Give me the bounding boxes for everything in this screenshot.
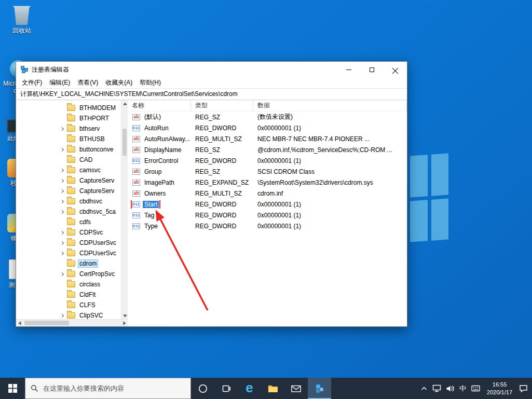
task-view-icon: [222, 384, 231, 393]
chevron-right-icon[interactable]: [60, 127, 64, 130]
registry-value-row[interactable]: Group REG_SZ SCSI CDROM Class: [128, 166, 407, 177]
value-data: 0x00000001 (1): [253, 125, 407, 132]
tree-item[interactable]: camsvc: [16, 165, 121, 175]
tree-item[interactable]: CDPUserSvc: [16, 248, 121, 258]
tree-item[interactable]: CAD: [16, 155, 121, 165]
tree-item[interactable]: cdfs: [16, 217, 121, 227]
task-view-button[interactable]: [214, 378, 238, 399]
column-header[interactable]: 数据: [253, 100, 407, 111]
maximize-button[interactable]: [360, 62, 384, 77]
tree-item-label: camsvc: [78, 166, 102, 174]
minimize-button[interactable]: [337, 62, 360, 77]
address-text: 计算机\HKEY_LOCAL_MACHINE\SYSTEM\CurrentCon…: [20, 90, 238, 99]
tree-item[interactable]: CaptureServ: [16, 186, 121, 196]
menu-item[interactable]: 收藏夹(A): [102, 78, 136, 87]
tree-item[interactable]: buttonconve: [16, 144, 121, 155]
tray-expand-chevron-icon[interactable]: [417, 378, 430, 399]
folder-icon: [67, 260, 75, 267]
start-button[interactable]: [0, 378, 25, 399]
value-name-cell: AutoRunAlway...: [128, 135, 191, 143]
menu-item[interactable]: 编辑(E): [46, 78, 74, 87]
tree-item[interactable]: CLFS: [16, 300, 121, 310]
value-name-cell: AutoRun: [128, 124, 191, 132]
registry-value-row[interactable]: ImagePath REG_EXPAND_SZ \SystemRoot\Syst…: [128, 177, 407, 188]
chevron-right-icon[interactable]: [60, 189, 64, 192]
chevron-right-icon[interactable]: [60, 178, 64, 182]
registry-value-row[interactable]: AutoRunAlway... REG_MULTI_SZ NEC MBR-7 N…: [128, 133, 407, 144]
address-bar[interactable]: 计算机\HKEY_LOCAL_MACHINE\SYSTEM\CurrentCon…: [16, 88, 407, 100]
file-explorer-button[interactable]: [261, 378, 284, 399]
touch-keyboard-icon[interactable]: [469, 378, 482, 399]
tree-item[interactable]: cbdhsvc: [16, 196, 121, 207]
value-name: AutoRunAlway...: [143, 135, 191, 143]
taskbar-search[interactable]: [25, 378, 191, 399]
tree-item[interactable]: BTHPORT: [16, 113, 121, 123]
menu-item[interactable]: 查看(V): [74, 78, 102, 87]
registry-value-row[interactable]: ErrorControl REG_DWORD 0x00000001 (1): [128, 155, 407, 166]
tree-item[interactable]: ClipSVC: [16, 310, 121, 319]
value-name-cell: ImagePath: [128, 178, 191, 187]
scroll-left-arrow-icon[interactable]: [16, 320, 23, 326]
chevron-right-icon[interactable]: [60, 241, 64, 244]
tree-item[interactable]: CldFlt: [16, 290, 121, 300]
tree-item[interactable]: CertPropSvc: [16, 269, 121, 279]
value-type-icon: [132, 212, 140, 218]
chevron-right-icon[interactable]: [60, 199, 64, 203]
tree-item[interactable]: CaptureServ: [16, 175, 121, 186]
tree-item[interactable]: CDPUserSvc: [16, 238, 121, 248]
chevron-right-icon[interactable]: [60, 210, 64, 213]
network-icon[interactable]: [430, 378, 443, 399]
value-data: 0x00000001 (1): [253, 201, 407, 208]
value-name-cell: Group: [128, 168, 191, 176]
tree-item-label: CDPUserSvc: [78, 249, 118, 257]
tree-item[interactable]: circlass: [16, 279, 121, 290]
menu-item[interactable]: 帮助(H): [136, 78, 165, 87]
chevron-right-icon[interactable]: [60, 168, 64, 172]
titlebar[interactable]: 注册表编辑器: [16, 62, 407, 77]
horizontal-scrollbar-thumb[interactable]: [24, 321, 69, 325]
volume-icon[interactable]: [443, 378, 456, 399]
folder-icon: [67, 250, 75, 256]
folder-icon: [67, 312, 75, 319]
clock[interactable]: 16:55 2020/1/17: [482, 381, 517, 396]
chevron-right-icon[interactable]: [60, 147, 64, 151]
desktop-icon[interactable]: 回收站: [5, 5, 38, 34]
ime-indicator[interactable]: 中: [456, 378, 469, 399]
column-header[interactable]: 类型: [191, 100, 253, 111]
column-header[interactable]: 名称: [128, 100, 191, 111]
registry-value-row[interactable]: AutoRun REG_DWORD 0x00000001 (1): [128, 122, 407, 133]
scroll-right-arrow-icon[interactable]: [121, 320, 128, 326]
tree-horizontal-scrollbar[interactable]: [16, 319, 128, 326]
action-center-icon[interactable]: [517, 378, 530, 399]
cortana-button[interactable]: [191, 378, 214, 399]
tree-item[interactable]: cdrom: [16, 258, 121, 269]
registry-value-row[interactable]: DisplayName REG_SZ @cdrom.inf,%cdrom_Ser…: [128, 144, 407, 155]
cortana-icon: [198, 384, 208, 393]
menu-item[interactable]: 文件(F): [18, 78, 46, 87]
registry-value-row[interactable]: Tag REG_DWORD 0x00000001 (1): [128, 210, 407, 221]
tree-item[interactable]: BTHMODEM: [16, 103, 121, 113]
registry-editor-taskbar-button[interactable]: [308, 378, 331, 399]
chevron-right-icon[interactable]: [60, 251, 64, 255]
clock-time: 16:55: [487, 381, 512, 389]
tree-item[interactable]: CDPSvc: [16, 227, 121, 238]
registry-value-row[interactable]: (默认) REG_SZ (数值未设置): [128, 112, 407, 122]
search-input[interactable]: [43, 384, 185, 392]
close-button[interactable]: [384, 62, 407, 77]
registry-value-row[interactable]: Owners REG_MULTI_SZ cdrom.inf: [128, 188, 407, 199]
registry-value-row[interactable]: Type REG_DWORD 0x00000001 (1): [128, 221, 407, 231]
edge-button[interactable]: e: [238, 378, 261, 399]
tree-item-label: cdrom: [78, 259, 98, 268]
tree-vertical-scrollbar[interactable]: [121, 100, 128, 319]
mail-button[interactable]: [284, 378, 308, 399]
vertical-scrollbar-thumb[interactable]: [122, 129, 127, 156]
tree-item[interactable]: bthserv: [16, 123, 121, 134]
value-type-icon: [132, 158, 140, 164]
registry-value-row[interactable]: Start REG_DWORD 0x00000001 (1): [128, 199, 407, 210]
value-name-wrap: Group: [132, 168, 163, 176]
chevron-right-icon[interactable]: [60, 230, 64, 234]
chevron-right-icon[interactable]: [60, 313, 64, 317]
tree-item[interactable]: BTHUSB: [16, 134, 121, 144]
tree-item[interactable]: cbdhsvc_5ca: [16, 207, 121, 217]
chevron-right-icon[interactable]: [60, 272, 64, 276]
